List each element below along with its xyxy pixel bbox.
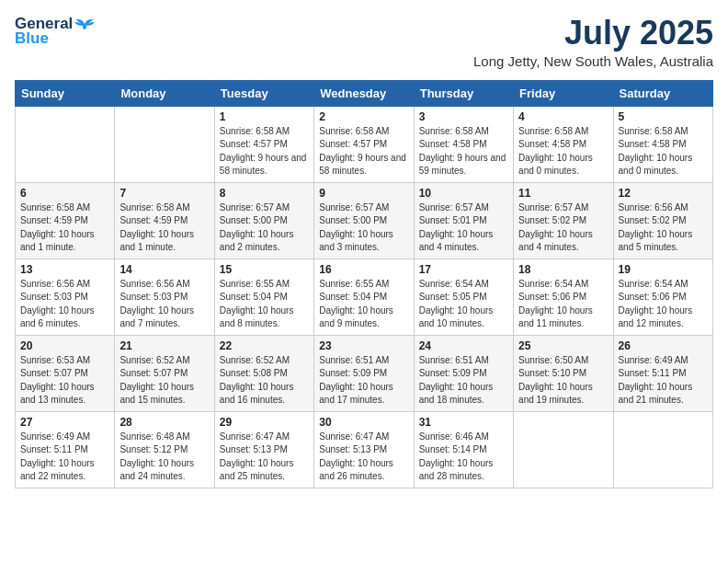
day-info: Sunrise: 6:55 AMSunset: 5:04 PMDaylight:… bbox=[220, 278, 309, 331]
table-row: 26Sunrise: 6:49 AMSunset: 5:11 PMDayligh… bbox=[613, 335, 712, 411]
table-row bbox=[514, 411, 613, 488]
table-row: 7Sunrise: 6:58 AMSunset: 4:59 PMDaylight… bbox=[115, 182, 214, 259]
day-number: 29 bbox=[220, 416, 309, 429]
calendar-week-row: 20Sunrise: 6:53 AMSunset: 5:07 PMDayligh… bbox=[16, 335, 713, 411]
table-row: 28Sunrise: 6:48 AMSunset: 5:12 PMDayligh… bbox=[115, 411, 214, 488]
day-info: Sunrise: 6:55 AMSunset: 5:04 PMDaylight:… bbox=[319, 278, 408, 331]
day-number: 21 bbox=[119, 339, 209, 352]
day-info: Sunrise: 6:57 AMSunset: 5:01 PMDaylight:… bbox=[419, 201, 508, 255]
title-area: July 2025 Long Jetty, New South Wales, A… bbox=[473, 15, 713, 69]
day-info: Sunrise: 6:58 AMSunset: 4:58 PMDaylight:… bbox=[619, 125, 708, 178]
day-info: Sunrise: 6:52 AMSunset: 5:07 PMDaylight:… bbox=[119, 354, 209, 408]
day-number: 28 bbox=[119, 416, 209, 429]
day-number: 18 bbox=[518, 263, 608, 276]
table-row: 31Sunrise: 6:46 AMSunset: 5:14 PMDayligh… bbox=[414, 411, 513, 488]
table-row: 5Sunrise: 6:58 AMSunset: 4:58 PMDaylight… bbox=[613, 106, 712, 182]
day-info: Sunrise: 6:56 AMSunset: 5:02 PMDaylight:… bbox=[619, 201, 708, 255]
logo-bird-icon bbox=[74, 16, 95, 32]
day-info: Sunrise: 6:57 AMSunset: 5:02 PMDaylight:… bbox=[518, 201, 608, 255]
day-info: Sunrise: 6:51 AMSunset: 5:09 PMDaylight:… bbox=[419, 354, 508, 408]
day-number: 25 bbox=[518, 339, 608, 352]
table-row: 16Sunrise: 6:55 AMSunset: 5:04 PMDayligh… bbox=[314, 259, 414, 335]
page-header: General Blue July 2025 Long Jetty, New S… bbox=[15, 15, 713, 69]
logo: General Blue bbox=[15, 15, 95, 48]
day-number: 14 bbox=[119, 263, 209, 276]
table-row: 3Sunrise: 6:58 AMSunset: 4:58 PMDaylight… bbox=[414, 106, 513, 182]
day-number: 23 bbox=[319, 339, 408, 352]
day-info: Sunrise: 6:58 AMSunset: 4:59 PMDaylight:… bbox=[20, 201, 109, 255]
day-info: Sunrise: 6:52 AMSunset: 5:08 PMDaylight:… bbox=[220, 354, 309, 408]
table-row bbox=[613, 411, 712, 488]
table-row: 9Sunrise: 6:57 AMSunset: 5:00 PMDaylight… bbox=[314, 182, 414, 259]
day-number: 16 bbox=[319, 263, 408, 276]
table-row: 15Sunrise: 6:55 AMSunset: 5:04 PMDayligh… bbox=[214, 259, 313, 335]
calendar-week-row: 6Sunrise: 6:58 AMSunset: 4:59 PMDaylight… bbox=[16, 182, 713, 259]
table-row: 12Sunrise: 6:56 AMSunset: 5:02 PMDayligh… bbox=[613, 182, 712, 259]
day-number: 6 bbox=[20, 187, 109, 200]
day-info: Sunrise: 6:54 AMSunset: 5:05 PMDaylight:… bbox=[419, 278, 508, 331]
day-info: Sunrise: 6:56 AMSunset: 5:03 PMDaylight:… bbox=[20, 278, 109, 331]
calendar-table: Sunday Monday Tuesday Wednesday Thursday… bbox=[15, 80, 713, 488]
day-info: Sunrise: 6:57 AMSunset: 5:00 PMDaylight:… bbox=[319, 201, 408, 255]
day-info: Sunrise: 6:56 AMSunset: 5:03 PMDaylight:… bbox=[119, 278, 209, 331]
day-number: 20 bbox=[20, 339, 109, 352]
table-row: 30Sunrise: 6:47 AMSunset: 5:13 PMDayligh… bbox=[314, 411, 414, 488]
day-info: Sunrise: 6:47 AMSunset: 5:13 PMDaylight:… bbox=[220, 431, 309, 484]
day-number: 22 bbox=[220, 339, 309, 352]
day-info: Sunrise: 6:58 AMSunset: 4:58 PMDaylight:… bbox=[518, 125, 608, 178]
table-row: 29Sunrise: 6:47 AMSunset: 5:13 PMDayligh… bbox=[214, 411, 313, 488]
day-number: 31 bbox=[419, 416, 508, 429]
day-number: 1 bbox=[220, 110, 309, 123]
day-info: Sunrise: 6:58 AMSunset: 4:59 PMDaylight:… bbox=[119, 201, 209, 255]
day-number: 19 bbox=[619, 263, 708, 276]
day-number: 8 bbox=[220, 187, 309, 200]
day-number: 11 bbox=[518, 187, 608, 200]
table-row: 20Sunrise: 6:53 AMSunset: 5:07 PMDayligh… bbox=[16, 335, 115, 411]
day-number: 4 bbox=[518, 110, 608, 123]
table-row: 19Sunrise: 6:54 AMSunset: 5:06 PMDayligh… bbox=[613, 259, 712, 335]
table-row: 1Sunrise: 6:58 AMSunset: 4:57 PMDaylight… bbox=[214, 106, 313, 182]
col-monday: Monday bbox=[115, 80, 214, 106]
day-number: 3 bbox=[419, 110, 508, 123]
col-tuesday: Tuesday bbox=[214, 80, 313, 106]
day-info: Sunrise: 6:54 AMSunset: 5:06 PMDaylight:… bbox=[518, 278, 608, 331]
day-info: Sunrise: 6:50 AMSunset: 5:10 PMDaylight:… bbox=[518, 354, 608, 408]
col-sunday: Sunday bbox=[16, 80, 115, 106]
calendar-header-row: Sunday Monday Tuesday Wednesday Thursday… bbox=[16, 80, 713, 106]
calendar-week-row: 13Sunrise: 6:56 AMSunset: 5:03 PMDayligh… bbox=[16, 259, 713, 335]
day-info: Sunrise: 6:54 AMSunset: 5:06 PMDaylight:… bbox=[619, 278, 708, 331]
table-row: 24Sunrise: 6:51 AMSunset: 5:09 PMDayligh… bbox=[414, 335, 513, 411]
day-info: Sunrise: 6:58 AMSunset: 4:57 PMDaylight:… bbox=[319, 125, 408, 178]
day-info: Sunrise: 6:57 AMSunset: 5:00 PMDaylight:… bbox=[220, 201, 309, 255]
day-info: Sunrise: 6:46 AMSunset: 5:14 PMDaylight:… bbox=[419, 431, 508, 484]
table-row: 2Sunrise: 6:58 AMSunset: 4:57 PMDaylight… bbox=[314, 106, 414, 182]
table-row: 10Sunrise: 6:57 AMSunset: 5:01 PMDayligh… bbox=[414, 182, 513, 259]
day-number: 13 bbox=[20, 263, 109, 276]
table-row: 17Sunrise: 6:54 AMSunset: 5:05 PMDayligh… bbox=[414, 259, 513, 335]
day-number: 17 bbox=[419, 263, 508, 276]
table-row: 11Sunrise: 6:57 AMSunset: 5:02 PMDayligh… bbox=[514, 182, 613, 259]
day-number: 15 bbox=[220, 263, 309, 276]
calendar-week-row: 27Sunrise: 6:49 AMSunset: 5:11 PMDayligh… bbox=[16, 411, 713, 488]
day-info: Sunrise: 6:49 AMSunset: 5:11 PMDaylight:… bbox=[20, 431, 109, 484]
table-row: 13Sunrise: 6:56 AMSunset: 5:03 PMDayligh… bbox=[16, 259, 115, 335]
col-friday: Friday bbox=[514, 80, 613, 106]
table-row: 23Sunrise: 6:51 AMSunset: 5:09 PMDayligh… bbox=[314, 335, 414, 411]
table-row: 8Sunrise: 6:57 AMSunset: 5:00 PMDaylight… bbox=[214, 182, 313, 259]
calendar-week-row: 1Sunrise: 6:58 AMSunset: 4:57 PMDaylight… bbox=[16, 106, 713, 182]
day-number: 10 bbox=[419, 187, 508, 200]
location: Long Jetty, New South Wales, Australia bbox=[473, 53, 713, 69]
day-info: Sunrise: 6:58 AMSunset: 4:58 PMDaylight:… bbox=[419, 125, 508, 178]
day-number: 9 bbox=[319, 187, 408, 200]
day-number: 26 bbox=[619, 339, 708, 352]
day-info: Sunrise: 6:47 AMSunset: 5:13 PMDaylight:… bbox=[319, 431, 408, 484]
day-number: 12 bbox=[619, 187, 708, 200]
month-title: July 2025 bbox=[473, 15, 713, 52]
table-row: 14Sunrise: 6:56 AMSunset: 5:03 PMDayligh… bbox=[115, 259, 214, 335]
table-row: 21Sunrise: 6:52 AMSunset: 5:07 PMDayligh… bbox=[115, 335, 214, 411]
day-info: Sunrise: 6:49 AMSunset: 5:11 PMDaylight:… bbox=[619, 354, 708, 408]
table-row bbox=[16, 106, 115, 182]
day-info: Sunrise: 6:53 AMSunset: 5:07 PMDaylight:… bbox=[20, 354, 109, 408]
col-saturday: Saturday bbox=[613, 80, 712, 106]
table-row bbox=[115, 106, 214, 182]
